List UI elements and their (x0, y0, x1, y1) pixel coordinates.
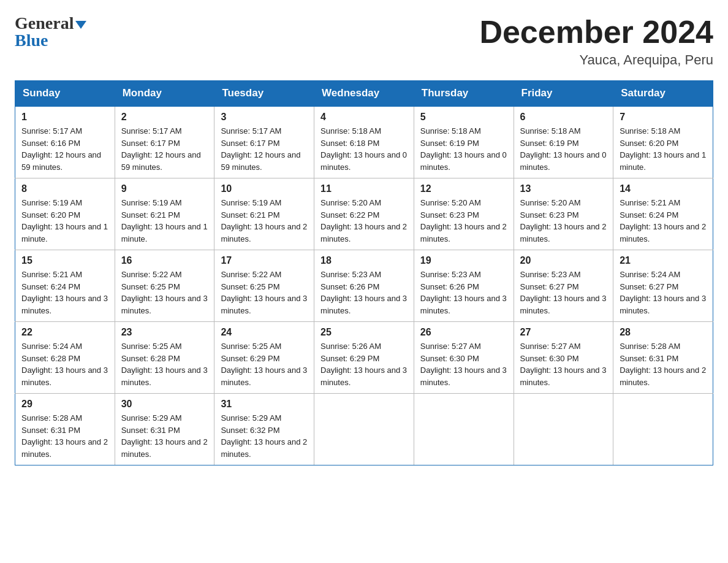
day-number-16: 16 (121, 255, 208, 266)
day-info-23: Sunrise: 5:25 AMSunset: 6:28 PMDaylight:… (121, 340, 208, 388)
calendar-day-3: 3Sunrise: 5:17 AMSunset: 6:17 PMDaylight… (214, 106, 314, 178)
empty-cell-w4-c3 (314, 394, 414, 465)
month-title: December 2024 (479, 15, 713, 50)
calendar-day-17: 17Sunrise: 5:22 AMSunset: 6:25 PMDayligh… (214, 250, 314, 322)
calendar-week-4: 22Sunrise: 5:24 AMSunset: 6:28 PMDayligh… (15, 322, 713, 394)
day-info-16: Sunrise: 5:22 AMSunset: 6:25 PMDaylight:… (121, 269, 208, 316)
calendar-week-5: 29Sunrise: 5:28 AMSunset: 6:31 PMDayligh… (15, 394, 713, 465)
calendar-day-11: 11Sunrise: 5:20 AMSunset: 6:22 PMDayligh… (314, 178, 414, 250)
day-number-2: 2 (121, 112, 208, 123)
day-number-3: 3 (221, 112, 308, 123)
day-info-3: Sunrise: 5:17 AMSunset: 6:17 PMDaylight:… (221, 125, 308, 173)
day-number-17: 17 (221, 255, 308, 266)
logo-blue: Blue (15, 32, 86, 49)
day-info-17: Sunrise: 5:22 AMSunset: 6:25 PMDaylight:… (221, 269, 308, 316)
calendar-day-1: 1Sunrise: 5:17 AMSunset: 6:16 PMDaylight… (15, 106, 115, 178)
day-number-7: 7 (620, 112, 707, 123)
day-info-24: Sunrise: 5:25 AMSunset: 6:29 PMDaylight:… (221, 340, 308, 388)
day-number-30: 30 (121, 399, 208, 410)
day-info-11: Sunrise: 5:20 AMSunset: 6:22 PMDaylight:… (320, 197, 408, 245)
day-info-9: Sunrise: 5:19 AMSunset: 6:21 PMDaylight:… (121, 197, 208, 245)
day-info-15: Sunrise: 5:21 AMSunset: 6:24 PMDaylight:… (21, 269, 108, 316)
day-number-18: 18 (320, 255, 408, 266)
day-info-19: Sunrise: 5:23 AMSunset: 6:26 PMDaylight:… (420, 269, 507, 316)
weekday-header-wednesday: Wednesday (314, 81, 414, 107)
day-number-10: 10 (221, 183, 308, 194)
calendar-day-5: 5Sunrise: 5:18 AMSunset: 6:19 PMDaylight… (414, 106, 514, 178)
calendar-day-7: 7Sunrise: 5:18 AMSunset: 6:20 PMDaylight… (613, 106, 713, 178)
day-number-25: 25 (320, 327, 408, 338)
logo: General Blue (15, 15, 86, 49)
day-number-29: 29 (21, 399, 108, 410)
day-info-6: Sunrise: 5:18 AMSunset: 6:19 PMDaylight:… (520, 125, 607, 173)
day-info-1: Sunrise: 5:17 AMSunset: 6:16 PMDaylight:… (21, 125, 108, 173)
day-info-21: Sunrise: 5:24 AMSunset: 6:27 PMDaylight:… (620, 269, 707, 316)
title-block: December 2024 Yauca, Arequipa, Peru (479, 15, 713, 68)
calendar-day-6: 6Sunrise: 5:18 AMSunset: 6:19 PMDaylight… (514, 106, 613, 178)
day-number-31: 31 (221, 399, 308, 410)
empty-cell-w4-c6 (613, 394, 713, 465)
day-number-5: 5 (420, 112, 507, 123)
day-number-26: 26 (420, 327, 507, 338)
day-info-30: Sunrise: 5:29 AMSunset: 6:31 PMDaylight:… (121, 412, 208, 460)
day-number-28: 28 (620, 327, 707, 338)
day-info-18: Sunrise: 5:23 AMSunset: 6:26 PMDaylight:… (320, 269, 408, 316)
weekday-header-friday: Friday (514, 81, 613, 107)
day-info-26: Sunrise: 5:27 AMSunset: 6:30 PMDaylight:… (420, 340, 507, 388)
calendar-day-9: 9Sunrise: 5:19 AMSunset: 6:21 PMDaylight… (115, 178, 214, 250)
day-number-12: 12 (420, 183, 507, 194)
calendar-day-4: 4Sunrise: 5:18 AMSunset: 6:18 PMDaylight… (314, 106, 414, 178)
weekday-header-thursday: Thursday (414, 81, 514, 107)
calendar-day-27: 27Sunrise: 5:27 AMSunset: 6:30 PMDayligh… (514, 322, 613, 394)
day-info-12: Sunrise: 5:20 AMSunset: 6:23 PMDaylight:… (420, 197, 507, 245)
empty-cell-w4-c5 (514, 394, 613, 465)
calendar-day-13: 13Sunrise: 5:20 AMSunset: 6:23 PMDayligh… (514, 178, 613, 250)
day-info-7: Sunrise: 5:18 AMSunset: 6:20 PMDaylight:… (620, 125, 707, 173)
day-number-14: 14 (620, 183, 707, 194)
calendar-day-12: 12Sunrise: 5:20 AMSunset: 6:23 PMDayligh… (414, 178, 514, 250)
day-number-27: 27 (520, 327, 607, 338)
day-info-22: Sunrise: 5:24 AMSunset: 6:28 PMDaylight:… (21, 340, 108, 388)
day-info-13: Sunrise: 5:20 AMSunset: 6:23 PMDaylight:… (520, 197, 607, 245)
day-info-5: Sunrise: 5:18 AMSunset: 6:19 PMDaylight:… (420, 125, 507, 173)
calendar-day-31: 31Sunrise: 5:29 AMSunset: 6:32 PMDayligh… (214, 394, 314, 465)
calendar-table: SundayMondayTuesdayWednesdayThursdayFrid… (15, 80, 713, 465)
weekday-header-saturday: Saturday (613, 81, 713, 107)
day-number-24: 24 (221, 327, 308, 338)
day-number-6: 6 (520, 112, 607, 123)
calendar-week-1: 1Sunrise: 5:17 AMSunset: 6:16 PMDaylight… (15, 106, 713, 178)
empty-cell-w4-c4 (414, 394, 514, 465)
day-info-8: Sunrise: 5:19 AMSunset: 6:20 PMDaylight:… (21, 197, 108, 245)
day-info-28: Sunrise: 5:28 AMSunset: 6:31 PMDaylight:… (620, 340, 707, 388)
calendar-day-30: 30Sunrise: 5:29 AMSunset: 6:31 PMDayligh… (115, 394, 214, 465)
page-header: General Blue December 2024 Yauca, Arequi… (15, 15, 713, 68)
day-number-19: 19 (420, 255, 507, 266)
day-info-2: Sunrise: 5:17 AMSunset: 6:17 PMDaylight:… (121, 125, 208, 173)
day-number-9: 9 (121, 183, 208, 194)
calendar-day-10: 10Sunrise: 5:19 AMSunset: 6:21 PMDayligh… (214, 178, 314, 250)
day-number-1: 1 (21, 112, 108, 123)
calendar-day-18: 18Sunrise: 5:23 AMSunset: 6:26 PMDayligh… (314, 250, 414, 322)
weekday-header-row: SundayMondayTuesdayWednesdayThursdayFrid… (15, 81, 713, 107)
calendar-day-23: 23Sunrise: 5:25 AMSunset: 6:28 PMDayligh… (115, 322, 214, 394)
calendar-day-26: 26Sunrise: 5:27 AMSunset: 6:30 PMDayligh… (414, 322, 514, 394)
day-number-15: 15 (21, 255, 108, 266)
day-number-22: 22 (21, 327, 108, 338)
day-number-20: 20 (520, 255, 607, 266)
logo-triangle-icon (75, 21, 86, 29)
calendar-day-21: 21Sunrise: 5:24 AMSunset: 6:27 PMDayligh… (613, 250, 713, 322)
day-info-27: Sunrise: 5:27 AMSunset: 6:30 PMDaylight:… (520, 340, 607, 388)
day-number-11: 11 (320, 183, 408, 194)
calendar-week-3: 15Sunrise: 5:21 AMSunset: 6:24 PMDayligh… (15, 250, 713, 322)
calendar-day-19: 19Sunrise: 5:23 AMSunset: 6:26 PMDayligh… (414, 250, 514, 322)
day-info-10: Sunrise: 5:19 AMSunset: 6:21 PMDaylight:… (221, 197, 308, 245)
calendar-day-14: 14Sunrise: 5:21 AMSunset: 6:24 PMDayligh… (613, 178, 713, 250)
calendar-day-8: 8Sunrise: 5:19 AMSunset: 6:20 PMDaylight… (15, 178, 115, 250)
calendar-day-20: 20Sunrise: 5:23 AMSunset: 6:27 PMDayligh… (514, 250, 613, 322)
calendar-week-2: 8Sunrise: 5:19 AMSunset: 6:20 PMDaylight… (15, 178, 713, 250)
day-info-29: Sunrise: 5:28 AMSunset: 6:31 PMDaylight:… (21, 412, 108, 460)
calendar-day-28: 28Sunrise: 5:28 AMSunset: 6:31 PMDayligh… (613, 322, 713, 394)
calendar-day-16: 16Sunrise: 5:22 AMSunset: 6:25 PMDayligh… (115, 250, 214, 322)
logo-general: General (15, 15, 86, 32)
day-info-25: Sunrise: 5:26 AMSunset: 6:29 PMDaylight:… (320, 340, 408, 388)
